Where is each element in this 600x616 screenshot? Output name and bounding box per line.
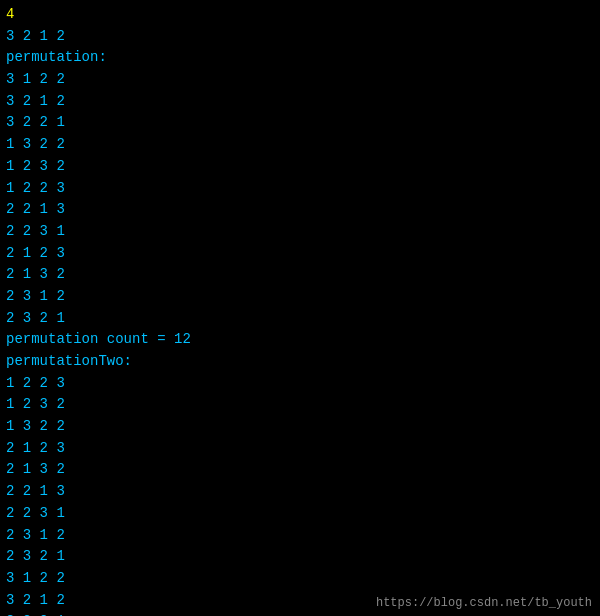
terminal-line-7: 1 2 3 2 bbox=[6, 156, 594, 178]
terminal-line-26: 3 1 2 2 bbox=[6, 568, 594, 590]
terminal-line-1: 3 2 1 2 bbox=[6, 26, 594, 48]
terminal-line-28: 3 2 2 1 bbox=[6, 611, 594, 616]
terminal-line-12: 2 1 3 2 bbox=[6, 264, 594, 286]
terminal-line-13: 2 3 1 2 bbox=[6, 286, 594, 308]
output-lines: 43 2 1 2permutation:3 1 2 23 2 1 23 2 2 … bbox=[6, 4, 594, 616]
terminal-line-18: 1 2 3 2 bbox=[6, 394, 594, 416]
terminal-line-15: permutation count = 12 bbox=[6, 329, 594, 351]
terminal-line-11: 2 1 2 3 bbox=[6, 243, 594, 265]
terminal-line-23: 2 2 3 1 bbox=[6, 503, 594, 525]
terminal-line-3: 3 1 2 2 bbox=[6, 69, 594, 91]
terminal-line-9: 2 2 1 3 bbox=[6, 199, 594, 221]
terminal-line-2: permutation: bbox=[6, 47, 594, 69]
terminal-line-0: 4 bbox=[6, 4, 594, 26]
terminal-line-4: 3 2 1 2 bbox=[6, 91, 594, 113]
terminal-line-5: 3 2 2 1 bbox=[6, 112, 594, 134]
watermark: https://blog.csdn.net/tb_youth bbox=[376, 596, 592, 610]
terminal-line-16: permutationTwo: bbox=[6, 351, 594, 373]
terminal-line-14: 2 3 2 1 bbox=[6, 308, 594, 330]
terminal-line-6: 1 3 2 2 bbox=[6, 134, 594, 156]
terminal-line-21: 2 1 3 2 bbox=[6, 459, 594, 481]
terminal-line-19: 1 3 2 2 bbox=[6, 416, 594, 438]
terminal-line-8: 1 2 2 3 bbox=[6, 178, 594, 200]
terminal-line-25: 2 3 2 1 bbox=[6, 546, 594, 568]
terminal-line-17: 1 2 2 3 bbox=[6, 373, 594, 395]
terminal-line-24: 2 3 1 2 bbox=[6, 525, 594, 547]
terminal-window: 43 2 1 2permutation:3 1 2 23 2 1 23 2 2 … bbox=[0, 0, 600, 616]
terminal-line-22: 2 2 1 3 bbox=[6, 481, 594, 503]
terminal-line-20: 2 1 2 3 bbox=[6, 438, 594, 460]
terminal-line-10: 2 2 3 1 bbox=[6, 221, 594, 243]
